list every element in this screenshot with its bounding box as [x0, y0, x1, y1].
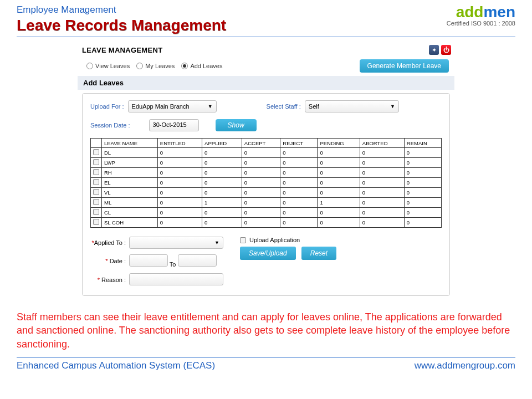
save-upload-button[interactable]: Save/Upload	[240, 247, 296, 260]
session-date-label: Session Date :	[90, 122, 130, 129]
power-icon[interactable]: ⏻	[441, 45, 451, 55]
table-cell: 0	[280, 148, 318, 158]
logo: addmen	[447, 4, 515, 20]
panel-title: LEAVE MANAGEMENT	[82, 46, 162, 54]
table-cell: 0	[404, 188, 441, 198]
table-cell: 0	[157, 188, 202, 198]
table-cell: 0	[360, 158, 404, 168]
table-cell: EL	[102, 178, 158, 188]
table-cell: 0	[202, 218, 242, 228]
table-cell: 0	[157, 218, 202, 228]
table-cell: 0	[318, 208, 360, 218]
table-cell: 0	[242, 198, 280, 208]
select-staff-label: Select Staff :	[267, 103, 301, 110]
date-from-input[interactable]	[129, 254, 168, 267]
radio-add-leaves[interactable]: Add Leaves	[181, 63, 222, 69]
table-cell: LWP	[102, 158, 158, 168]
table-cell: 1	[202, 198, 242, 208]
table-cell: 0	[360, 208, 404, 218]
upload-application-checkbox[interactable]	[240, 237, 246, 243]
table-row: ML0100100	[91, 198, 442, 208]
table-header: PENDING	[318, 139, 360, 148]
table-cell: 0	[318, 178, 360, 188]
row-checkbox[interactable]	[93, 209, 99, 215]
table-row: SL COH0000000	[91, 218, 442, 228]
select-staff-select[interactable]: Self▼	[305, 100, 399, 112]
footer-link[interactable]: www.addmengroup.com	[415, 360, 515, 371]
upload-for-label: Upload For :	[90, 103, 124, 110]
date-label: Date :	[110, 258, 126, 264]
table-cell: 0	[157, 158, 202, 168]
settings-icon[interactable]: ✦	[429, 45, 439, 55]
table-row: DL0000000	[91, 148, 442, 158]
row-checkbox[interactable]	[93, 169, 99, 175]
date-to-label: To	[170, 261, 176, 268]
table-cell: 0	[202, 188, 242, 198]
table-cell: 0	[404, 208, 441, 218]
date-to-input[interactable]	[178, 254, 217, 267]
applied-to-select[interactable]: ▼	[129, 237, 223, 249]
table-header: ACCEPT	[242, 139, 280, 148]
table-cell: 0	[280, 218, 318, 228]
upload-for-select[interactable]: EduApp Main Branch▼	[128, 100, 217, 112]
table-cell: CL	[102, 208, 158, 218]
table-cell: 0	[318, 188, 360, 198]
row-checkbox[interactable]	[93, 199, 99, 205]
table-cell: 0	[280, 158, 318, 168]
table-cell: 0	[157, 168, 202, 178]
table-cell: VL	[102, 188, 158, 198]
generate-member-leave-button[interactable]: Generate Member Leave	[360, 59, 449, 73]
table-row: EL0000000	[91, 178, 442, 188]
table-cell: 0	[318, 168, 360, 178]
row-checkbox[interactable]	[93, 149, 99, 155]
table-cell: 0	[404, 158, 441, 168]
table-cell: 0	[360, 198, 404, 208]
show-button[interactable]: Show	[216, 119, 257, 131]
table-cell: 0	[318, 148, 360, 158]
session-date-input[interactable]: 30-Oct-2015	[149, 119, 199, 131]
table-cell: 0	[157, 148, 202, 158]
table-cell: 0	[202, 168, 242, 178]
leave-mode-radios: View Leaves My Leaves Add Leaves	[86, 63, 222, 69]
table-row: LWP0000000	[91, 158, 442, 168]
table-header: ABORTED	[360, 139, 404, 148]
reason-label: Reason :	[101, 277, 126, 283]
table-cell: 0	[280, 178, 318, 188]
breadcrumb: Employee Management	[17, 4, 226, 16]
cert-text: Certified ISO 9001 : 2008	[447, 20, 515, 27]
row-checkbox[interactable]	[93, 219, 99, 225]
table-cell: 0	[242, 218, 280, 228]
radio-view-leaves[interactable]: View Leaves	[86, 63, 130, 69]
table-cell: 0	[280, 198, 318, 208]
table-cell: 0	[404, 218, 441, 228]
table-cell: 0	[404, 178, 441, 188]
table-cell: 0	[202, 178, 242, 188]
row-checkbox[interactable]	[93, 179, 99, 185]
table-header: REMAIN	[404, 139, 441, 148]
table-cell: 1	[318, 198, 360, 208]
reset-button[interactable]: Reset	[301, 247, 336, 260]
radio-my-leaves[interactable]: My Leaves	[136, 63, 175, 69]
table-cell: 0	[202, 158, 242, 168]
leave-panel: LEAVE MANAGEMENT ✦ ⏻ View Leaves My Leav…	[78, 44, 454, 296]
table-cell: 0	[360, 178, 404, 188]
table-cell: 0	[157, 198, 202, 208]
table-header: LEAVE NAME	[102, 139, 158, 148]
section-bar: Add Leaves	[78, 76, 454, 90]
leaves-table: LEAVE NAMEENTITLEDAPPLIEDACCEPTREJECTPEN…	[90, 138, 442, 228]
table-cell: 0	[404, 198, 441, 208]
table-header: ENTITLED	[157, 139, 202, 148]
table-cell: 0	[242, 168, 280, 178]
row-checkbox[interactable]	[93, 159, 99, 165]
table-cell: ML	[102, 198, 158, 208]
table-cell: 0	[242, 188, 280, 198]
table-cell: 0	[360, 168, 404, 178]
table-cell: RH	[102, 168, 158, 178]
table-cell: 0	[242, 208, 280, 218]
reason-input[interactable]	[129, 273, 223, 285]
page-title: Leave Records Management	[17, 17, 226, 34]
page-footer: Enhanced Campus Automation System (ECAS)…	[0, 358, 532, 374]
add-leaves-form: Upload For : EduApp Main Branch▼ Select …	[82, 93, 450, 296]
table-cell: 0	[360, 218, 404, 228]
row-checkbox[interactable]	[93, 189, 99, 195]
